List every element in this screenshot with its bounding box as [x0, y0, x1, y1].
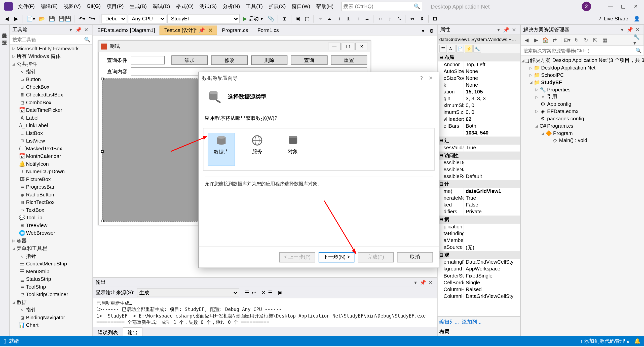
- property-category[interactable]: ⊟ 布局: [438, 53, 520, 61]
- center-form-button[interactable]: ⊡: [431, 14, 439, 23]
- tree-node[interactable]: ▷📁Desktop Application Net: [521, 64, 643, 71]
- home-button[interactable]: 🏠: [541, 36, 550, 44]
- send-back-button[interactable]: ▢: [303, 14, 311, 23]
- toolbox-item[interactable]: ▤RichTextBox: [10, 198, 92, 206]
- property-row[interactable]: kgroundAppWorkspace: [438, 266, 520, 273]
- close-icon[interactable]: ✕: [511, 26, 517, 33]
- form-close-button[interactable]: ✕: [355, 43, 368, 50]
- next-button[interactable]: 下一步(N) >: [319, 252, 354, 262]
- same-height-button[interactable]: ↕: [386, 14, 394, 23]
- dropdown-icon[interactable]: ▾: [412, 279, 419, 286]
- startup-select[interactable]: StudyEF: [167, 14, 240, 23]
- vspace-button[interactable]: ⇕: [418, 14, 426, 23]
- output-cmd-button[interactable]: ▣: [278, 290, 283, 296]
- minimize-button[interactable]: —: [604, 2, 617, 11]
- toolbox-item[interactable]: ↖指针: [10, 252, 92, 260]
- toolbox-item[interactable]: ☰ContextMenuStrip: [10, 260, 92, 268]
- align-bottom-button[interactable]: ⫠: [363, 14, 371, 23]
- property-row[interactable]: ation15, 105: [438, 89, 520, 95]
- property-row[interactable]: kNone: [438, 82, 520, 89]
- help-button[interactable]: ?: [417, 74, 426, 82]
- toolbox-category[interactable]: ▷容器: [10, 237, 92, 245]
- pin-icon[interactable]: 📌: [420, 279, 427, 286]
- menu-item[interactable]: 测试(S): [197, 1, 219, 12]
- toolbox-category[interactable]: ▷所有 Windows 窗体: [10, 52, 92, 60]
- toolbox-item[interactable]: ◪BindingNavigator: [10, 314, 92, 322]
- save-button[interactable]: 💾: [47, 14, 56, 23]
- status-bell-icon[interactable]: 🔔: [634, 338, 640, 344]
- back-button[interactable]: ◀: [522, 36, 531, 44]
- refresh-button[interactable]: ↻: [572, 36, 581, 44]
- property-row[interactable]: ColumnHeacDataGridViewCellSty: [438, 293, 520, 300]
- output-text[interactable]: 已启动重新生成… 1>------ 已启动全部重新生成: 项目: StudyEF…: [93, 298, 437, 327]
- tree-node[interactable]: ▷📁SchoolPC: [521, 71, 643, 79]
- query-condition-combo[interactable]: [131, 56, 165, 64]
- property-row[interactable]: aMembe: [438, 237, 520, 244]
- tabs-settings[interactable]: ⚙: [428, 27, 436, 35]
- toolbox-item[interactable]: (.)MaskedTextBox: [10, 145, 92, 153]
- live-share-button[interactable]: ↗ Live Share: [594, 14, 632, 23]
- toolbox-item[interactable]: ≣CheckedListBox: [10, 91, 92, 99]
- tabs-dropdown[interactable]: ▾: [419, 27, 427, 35]
- collapse-button[interactable]: ⇱: [591, 36, 600, 44]
- tab-output[interactable]: 输出: [123, 327, 142, 337]
- property-row[interactable]: taBinding: [438, 230, 520, 237]
- tree-node[interactable]: ⚙App.config: [521, 100, 643, 108]
- menu-item[interactable]: 帮助(H): [314, 1, 336, 12]
- solution-root[interactable]: ◢⬚解决方案"Desktop Application Net"(3 个项目，共 …: [521, 57, 643, 64]
- redo-button[interactable]: ↷▾: [87, 14, 97, 23]
- align-center-button[interactable]: ⫠: [325, 14, 334, 23]
- property-row[interactable]: vHeaders62: [438, 116, 520, 123]
- categorize-button[interactable]: ☷: [439, 45, 447, 53]
- property-row[interactable]: CellBorderStSingle: [438, 280, 520, 286]
- close-icon[interactable]: ✕: [634, 26, 641, 33]
- wizard-close-button[interactable]: ✕: [426, 74, 435, 82]
- datasource-option[interactable]: 服务: [244, 133, 271, 166]
- toolbox-item[interactable]: 📅MonthCalendar: [10, 152, 92, 160]
- align-left-button[interactable]: ⫟: [316, 14, 325, 23]
- output-source-select[interactable]: 生成: [137, 288, 240, 297]
- document-tab[interactable]: Form1.cs: [253, 26, 284, 35]
- cancel-button[interactable]: 取消: [397, 252, 433, 262]
- property-row[interactable]: 1034, 540: [438, 130, 520, 136]
- property-category[interactable]: ⊟ 计: [438, 180, 520, 188]
- menu-item[interactable]: 分析(N): [220, 1, 242, 12]
- showall-button[interactable]: ▦: [600, 36, 609, 44]
- toolbox-item[interactable]: 🖼PictureBox: [10, 176, 92, 183]
- hspace-button[interactable]: ⇔: [408, 14, 417, 23]
- menu-item[interactable]: 文件(F): [15, 1, 37, 12]
- align-top-button[interactable]: ⫫: [344, 14, 353, 23]
- edit-columns-link[interactable]: 编辑列...: [439, 319, 459, 325]
- document-tab[interactable]: Test.cs [设计]*📌✕: [160, 26, 217, 35]
- toolbox-item[interactable]: 📊Chart: [10, 321, 92, 329]
- finish-button[interactable]: 完成(F): [358, 252, 394, 262]
- menu-item[interactable]: 窗口(W): [289, 1, 313, 12]
- toolbox-item[interactable]: ⬚ComboBox: [10, 98, 92, 106]
- props-button[interactable]: 📄: [456, 45, 464, 53]
- toolbox-item[interactable]: ▭TextBox: [10, 206, 92, 214]
- toolbox-item[interactable]: ⊞TreeView: [10, 222, 92, 229]
- property-row[interactable]: difiersPrivate: [438, 209, 520, 216]
- output-clear-button[interactable]: ✕: [261, 290, 266, 296]
- save-all-button[interactable]: 💾💾: [57, 14, 72, 23]
- quick-search-input[interactable]: [343, 4, 414, 10]
- tree-node[interactable]: ▷🔧Properties: [521, 86, 643, 93]
- datasource-option[interactable]: 对象: [279, 133, 307, 166]
- tab-error-list[interactable]: 错误列表: [93, 327, 123, 337]
- start-debug-button[interactable]: ▶启动▾: [241, 14, 266, 23]
- toolbox-item[interactable]: ◉RadioButton: [10, 191, 92, 199]
- solexp-search-input[interactable]: [521, 48, 634, 53]
- property-category[interactable]: ⊟ 观: [438, 251, 520, 259]
- property-row[interactable]: ximumSiz0, 0: [438, 102, 520, 109]
- menu-item[interactable]: 视图(V): [61, 1, 83, 12]
- property-row[interactable]: sesValidaTrue: [438, 145, 520, 152]
- property-row[interactable]: aSource(无): [438, 244, 520, 251]
- property-row[interactable]: me)dataGridView1: [438, 188, 520, 195]
- close-icon[interactable]: ✕: [83, 26, 90, 33]
- tree-node[interactable]: ◇Main() : void: [521, 136, 643, 144]
- bring-front-button[interactable]: ▣: [293, 14, 302, 23]
- tree-node[interactable]: ◢📁StudyEF: [521, 79, 643, 86]
- platform-select[interactable]: Any CPU: [128, 14, 166, 23]
- toolbox-item[interactable]: ▭Button: [10, 76, 92, 83]
- selected-object[interactable]: dataGridView1 System.Windows.F…: [438, 34, 520, 44]
